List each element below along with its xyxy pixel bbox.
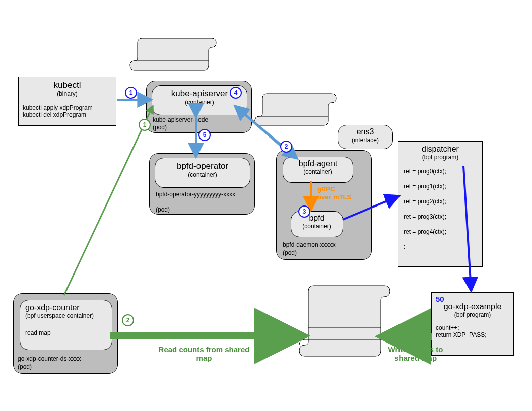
- bpfd-operator-sub: (container): [155, 171, 250, 178]
- sharedmap-title-2: Map: [308, 307, 381, 317]
- step-4: 4: [230, 87, 242, 99]
- go-xdp-counter-container: go-xdp-counter (bpf userspace container)…: [20, 300, 112, 350]
- step-1: 1: [125, 87, 137, 99]
- go-xdp-example-l1: count++;: [436, 324, 509, 331]
- bpfd-operator-title: bpfd-operator: [155, 161, 250, 171]
- bpfd-operator-pod-label: bpfd-operator-yyyyyyyyy-xxxx: [156, 191, 246, 198]
- kubectl-line2: kubectl del xdpProgram: [23, 111, 112, 118]
- dispatcher-sub: (bpf program): [404, 154, 477, 161]
- bpfd-daemon-pod-sub: (pod): [283, 249, 297, 256]
- grpc-l1: gRPC: [317, 185, 335, 193]
- go-xdp-counter-pod-sub: (pod): [18, 363, 32, 370]
- dispatcher-line3: ret = prog3(ctx);: [404, 213, 477, 220]
- go-xdp-counter-title: go-xdp-counter: [25, 303, 107, 312]
- bpfd-operator-pod: bpfd-operator (container) bpfd-operator-…: [149, 153, 255, 215]
- kube-apiserver-pod-sub: (pod): [153, 124, 167, 131]
- dispatcher-line0: ret = prog0(ctx);: [404, 168, 477, 175]
- bpfprogram-title: BpfProgram: [262, 97, 328, 104]
- step-g2: 2: [122, 314, 134, 326]
- dispatcher-line2: ret = prog2(ctx);: [404, 198, 477, 205]
- sharedmap-l1: rx_packets++: [309, 330, 346, 337]
- step-3: 3: [298, 206, 310, 218]
- bpfd-agent-container: bpfd-agent (container): [283, 157, 353, 183]
- step-5: 5: [198, 129, 211, 141]
- label-read: Read counts from shared map: [151, 345, 257, 362]
- bpfd-operator-pod-sub: (pod): [156, 206, 170, 213]
- dispatcher-line4: ret = prog4(ctx);: [404, 228, 477, 235]
- go-xdp-counter-pod-label: go-xdp-counter-ds-xxxx: [18, 355, 81, 362]
- dispatcher-title: dispatcher: [404, 145, 477, 154]
- xdpprogram-title: XdpProgram: [138, 41, 208, 48]
- go-xdp-counter-l1: read map: [25, 329, 107, 336]
- go-xdp-counter-sub: (bpf userspace container): [25, 312, 107, 319]
- bpfd-container: bpfd (container): [291, 211, 343, 237]
- label-write: Write counts to shared map: [383, 345, 448, 362]
- bpfprogram-sub: (CRD): [262, 104, 328, 111]
- go-xdp-example-sub: (bpf program): [436, 311, 509, 318]
- kube-apiserver-pod-label: kube-apiserver-node: [153, 116, 208, 123]
- kubectl-sub: (binary): [23, 90, 112, 97]
- dispatcher-line1: ret = prog1(ctx);: [404, 183, 477, 190]
- go-xdp-counter-pod: go-xdp-counter (bpf userspace container)…: [13, 293, 118, 374]
- kubectl-line1: kubectl apply xdpProgram: [23, 104, 112, 111]
- xdpprogram-sub: (CRD): [138, 48, 208, 55]
- svg-line-10: [64, 106, 153, 295]
- bpfd-operator-container: bpfd-operator (container): [155, 158, 250, 188]
- kubectl-title: kubectl: [23, 80, 112, 90]
- bpfd-agent-title: bpfd-agent: [283, 159, 353, 168]
- dispatcher-line5: :: [404, 243, 477, 250]
- sharedmap-scroll-shape: [299, 286, 390, 356]
- grpc-l2: over mTLS: [317, 193, 351, 201]
- sharedmap-l2: rx_bytes += bytes: [309, 338, 357, 346]
- ens3-title: ens3: [338, 127, 392, 136]
- kube-apiserver-sub: (container): [152, 99, 247, 106]
- dispatcher-box: dispatcher (bpf program) ret = prog0(ctx…: [398, 141, 483, 267]
- bpfd-sub: (container): [291, 223, 343, 230]
- bpfd-agent-sub: (container): [283, 168, 353, 175]
- ens3-sub: (interface): [338, 136, 392, 144]
- bpfd-daemon-pod: bpfd-agent (container) bpfd (container) …: [276, 150, 372, 260]
- kubectl-box: kubectl (binary) kubectl apply xdpProgra…: [18, 77, 116, 126]
- sharedmap-title-1: Shared: [308, 297, 381, 307]
- go-xdp-example-title: go-xdp-example: [436, 302, 509, 311]
- bpfprogram-crd: BpfProgram (CRD): [262, 97, 328, 111]
- step-g1: 1: [139, 119, 151, 131]
- step-2: 2: [280, 141, 292, 153]
- go-xdp-example-l2: return XDP_PASS;: [436, 331, 509, 338]
- bpfd-daemon-pod-label: bpfd-daemon-xxxxx: [283, 241, 336, 248]
- sharedmap-text: Shared Map: [308, 297, 381, 317]
- xdpprogram-crd: XdpProgram (CRD): [138, 41, 208, 55]
- ens3-box: ens3 (interface): [338, 125, 393, 149]
